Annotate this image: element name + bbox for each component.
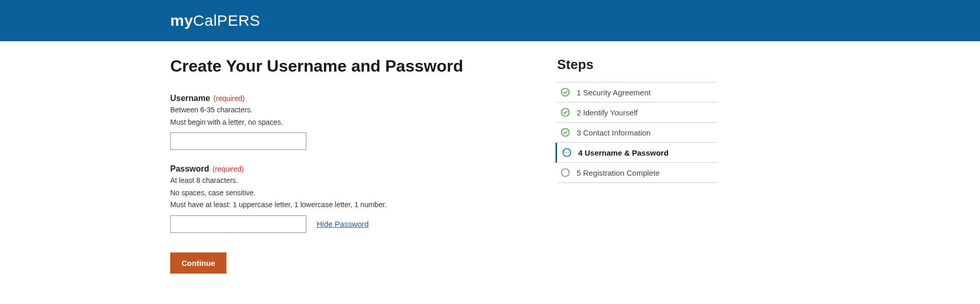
- app-header: myCalPERS: [0, 0, 980, 41]
- password-hint-1: At least 8 characters.: [170, 176, 505, 186]
- username-group: Username (required) Between 6-35 charact…: [170, 94, 505, 150]
- svg-point-0: [562, 89, 569, 96]
- steps-sidebar: Steps 1 Security Agreement2 Identify You…: [557, 57, 717, 274]
- svg-point-7: [562, 169, 569, 177]
- check-circle-icon: [560, 87, 570, 97]
- continue-button[interactable]: Continue: [170, 252, 226, 274]
- logo-rest: CalPERS: [193, 12, 260, 29]
- check-circle-icon: [560, 107, 570, 117]
- username-hint-1: Between 6-35 characters.: [170, 105, 505, 115]
- step-label: 2 Identify Yourself: [577, 108, 715, 117]
- password-hint-2: No spaces, case sensitive.: [170, 188, 505, 198]
- username-required: (required): [214, 94, 245, 103]
- username-label: Username: [170, 94, 210, 103]
- steps-title: Steps: [557, 57, 717, 73]
- username-hint-2: Must begin with a letter, no spaces.: [170, 117, 505, 128]
- svg-point-1: [562, 109, 569, 116]
- logo-prefix: my: [170, 12, 193, 29]
- step-label: 5 Registration Complete: [577, 168, 715, 177]
- step-label: 4 Username & Password: [578, 148, 715, 157]
- svg-point-5: [566, 152, 567, 153]
- check-circle-icon: [560, 127, 570, 138]
- step-label: 1 Security Agreement: [577, 88, 715, 97]
- step-label: 3 Contact Information: [577, 128, 715, 137]
- page-title: Create Your Username and Password: [170, 57, 505, 76]
- password-input[interactable]: [170, 215, 306, 233]
- svg-point-6: [568, 152, 569, 153]
- username-input[interactable]: [170, 132, 306, 150]
- password-required: (required): [213, 165, 244, 173]
- empty-circle-icon: [560, 167, 570, 178]
- step-item: 1 Security Agreement: [557, 82, 717, 103]
- svg-point-2: [562, 129, 569, 137]
- step-item: 3 Contact Information: [557, 123, 717, 143]
- step-item: 2 Identify Yourself: [557, 103, 717, 123]
- main-content: Create Your Username and Password Userna…: [170, 57, 505, 274]
- app-logo: myCalPERS: [170, 12, 810, 29]
- toggle-password-visibility[interactable]: Hide Password: [317, 219, 369, 228]
- steps-list: 1 Security Agreement2 Identify Yourself3…: [557, 82, 717, 183]
- password-hint-3: Must have at least: 1 uppercase letter, …: [170, 200, 505, 210]
- step-item: 4 Username & Password: [556, 143, 717, 163]
- step-item: 5 Registration Complete: [557, 163, 717, 183]
- svg-point-4: [565, 152, 566, 153]
- password-group: Password (required) At least 8 character…: [170, 164, 505, 233]
- ellipsis-circle-icon: [562, 147, 572, 158]
- password-label: Password: [170, 164, 209, 173]
